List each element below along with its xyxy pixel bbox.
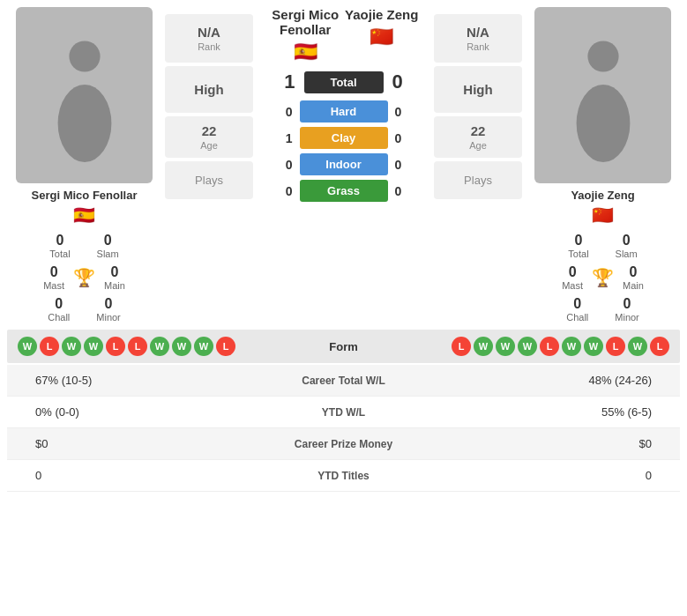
right-player-stats: 0 Total 0 Slam 0 Mast 🏆 0 [526, 233, 680, 323]
right-player-name: Yaojie Zeng [571, 189, 634, 202]
left-minor-label: Minor [96, 312, 121, 323]
left-flag-display: 🇪🇸 [267, 41, 344, 63]
form-badge-left: W [172, 337, 191, 356]
score-right: 0 [384, 71, 419, 93]
right-rank-box: N/A Rank [434, 14, 522, 63]
indoor-score-left: 0 [271, 158, 293, 172]
form-badge-right: L [540, 337, 559, 356]
left-player-stats: 0 Total 0 Slam 0 Mast 🏆 0 [7, 233, 161, 323]
svg-point-3 [576, 85, 630, 162]
left-main-value: 0 [104, 264, 125, 280]
player-names-row: Sergi Mico Fenollar 🇪🇸 Yaojie Zeng 🇨🇳 [258, 7, 429, 63]
right-minor-value: 0 [615, 296, 639, 312]
left-total-label: Total [49, 249, 70, 259]
career-stats-right-val: 48% (24-26) [432, 374, 670, 387]
left-main-label: Main [104, 280, 125, 291]
svg-point-1 [57, 85, 111, 162]
left-silhouette-icon [49, 25, 120, 166]
right-total-value: 0 [568, 233, 588, 249]
form-badge-left: W [194, 337, 213, 356]
left-high-value: High [172, 82, 246, 97]
form-badge-left: L [40, 337, 59, 356]
form-right: LWWWLWWLWL [397, 337, 670, 356]
clay-score-left: 1 [271, 131, 293, 145]
left-name-display: Sergi Mico Fenollar [267, 7, 344, 37]
form-badge-left: W [18, 337, 37, 356]
form-badge-right: W [562, 337, 581, 356]
left-trophy-icon: 🏆 [73, 267, 95, 288]
form-badge-right: W [496, 337, 515, 356]
svg-point-0 [69, 41, 100, 71]
score-row: 1 Total 0 [258, 67, 429, 100]
right-chall-value: 0 [566, 296, 588, 312]
career-stats-right-val: $0 [432, 437, 670, 450]
right-high-value: High [441, 82, 515, 97]
right-mast-label: Mast [562, 280, 583, 291]
surface-row-indoor: 0 Indoor 0 [258, 153, 429, 175]
right-side-panels: N/A Rank High 22 Age Plays [434, 7, 522, 323]
form-badge-right: W [584, 337, 603, 356]
form-badge-right: L [452, 337, 471, 356]
center-column: Sergi Mico Fenollar 🇪🇸 Yaojie Zeng 🇨🇳 1 … [257, 7, 430, 323]
left-age-box: 22 Age [165, 116, 253, 158]
right-plays-label: Plays [441, 174, 515, 187]
right-total-label: Total [568, 249, 588, 259]
left-player-flag: 🇪🇸 [73, 204, 95, 226]
left-plays-label: Plays [172, 174, 246, 187]
hard-score-right: 0 [395, 105, 417, 119]
indoor-btn[interactable]: Indoor [300, 153, 388, 175]
career-stats-right-val: 0 [432, 469, 670, 482]
surface-rows: 0 Hard 0 1 Clay 0 0 Indoor 0 [258, 100, 429, 209]
clay-score-right: 0 [395, 131, 417, 145]
right-rank-label: Rank [441, 41, 515, 52]
career-stats-center-label: YTD W/L [256, 406, 432, 419]
right-main-label: Main [623, 280, 644, 291]
career-stats-center-label: Career Total W/L [256, 375, 432, 387]
right-name-display: Yaojie Zeng [344, 7, 421, 22]
left-age-value: 22 [172, 123, 246, 138]
career-stats-center-label: Career Prize Money [256, 438, 432, 450]
left-slam-value: 0 [97, 233, 119, 249]
main-container: Sergi Mico Fenollar 🇪🇸 0 Total 0 Slam [0, 0, 687, 499]
right-silhouette-icon [568, 25, 638, 166]
career-stats-right-val: 55% (6-5) [432, 405, 670, 419]
right-slam-value: 0 [616, 233, 638, 249]
form-badge-right: W [474, 337, 493, 356]
surface-row-grass: 0 Grass 0 [258, 180, 429, 202]
right-high-box: High [434, 66, 522, 113]
left-slam-label: Slam [97, 249, 119, 259]
right-main-value: 0 [623, 264, 644, 280]
right-minor-label: Minor [615, 312, 639, 323]
left-player-card: Sergi Mico Fenollar 🇪🇸 0 Total 0 Slam [7, 7, 161, 323]
left-chall-value: 0 [48, 296, 70, 312]
left-plays-box: Plays [165, 161, 253, 199]
grass-btn[interactable]: Grass [300, 180, 388, 202]
form-badge-right: W [628, 337, 647, 356]
surface-row-clay: 1 Clay 0 [258, 127, 429, 149]
form-badge-left: W [150, 337, 169, 356]
right-player-card: Yaojie Zeng 🇨🇳 0 Total 0 Slam [526, 7, 680, 323]
right-age-label: Age [441, 140, 515, 151]
form-badge-right: L [650, 337, 669, 356]
left-mast-value: 0 [43, 264, 64, 280]
left-rank-label: Rank [172, 41, 246, 52]
left-side-panels: N/A Rank High 22 Age Plays [165, 7, 253, 323]
form-badge-right: L [606, 337, 625, 356]
career-stats-left-val: 67% (10-5) [18, 374, 256, 387]
left-name-center: Sergi Mico Fenollar 🇪🇸 [267, 7, 344, 63]
form-badge-left: L [106, 337, 125, 356]
hard-score-left: 0 [271, 105, 293, 119]
clay-btn[interactable]: Clay [300, 127, 388, 149]
career-stats-row: $0Career Prize Money$0 [7, 428, 680, 460]
form-section: WLWWLLWWWL Form LWWWLWWLWL [7, 330, 680, 363]
right-player-photo [534, 7, 671, 183]
svg-point-2 [587, 41, 618, 71]
right-trophy-icon: 🏆 [592, 267, 614, 288]
right-name-center: Yaojie Zeng 🇨🇳 [344, 7, 421, 48]
career-stats-row: 0YTD Titles0 [7, 460, 680, 492]
form-badge-right: W [518, 337, 537, 356]
career-stats-center-label: YTD Titles [256, 470, 432, 482]
hard-btn[interactable]: Hard [300, 100, 388, 122]
form-badge-left: L [216, 337, 235, 356]
left-player-photo [16, 7, 153, 183]
